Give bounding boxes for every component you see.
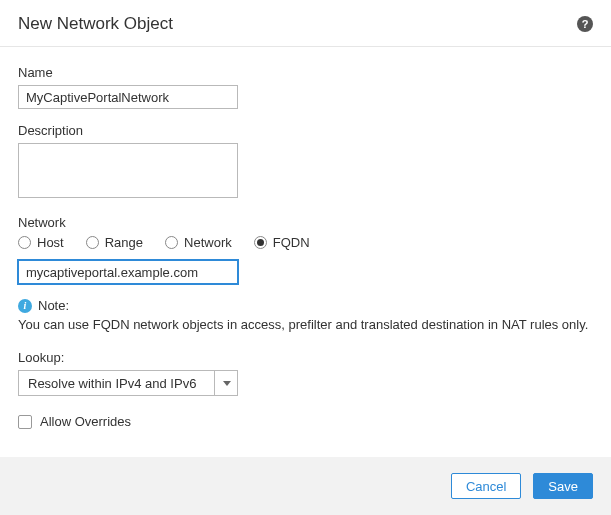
allow-overrides-checkbox[interactable]: Allow Overrides xyxy=(18,414,593,429)
description-label: Description xyxy=(18,123,593,138)
radio-range[interactable]: Range xyxy=(86,235,143,250)
radio-icon xyxy=(165,236,178,249)
note-label: Note: xyxy=(38,298,69,313)
radio-icon xyxy=(86,236,99,249)
name-input[interactable] xyxy=(18,85,238,109)
allow-overrides-label: Allow Overrides xyxy=(40,414,131,429)
name-field-group: Name xyxy=(18,65,593,109)
dialog-header: New Network Object ? xyxy=(0,0,611,47)
checkbox-icon xyxy=(18,415,32,429)
note-text: You can use FQDN network objects in acce… xyxy=(18,316,593,334)
radio-icon xyxy=(254,236,267,249)
cancel-button[interactable]: Cancel xyxy=(451,473,521,499)
lookup-label: Lookup: xyxy=(18,350,593,365)
dialog-title: New Network Object xyxy=(18,14,173,34)
note-header: i Note: xyxy=(18,298,593,313)
radio-range-label: Range xyxy=(105,235,143,250)
name-label: Name xyxy=(18,65,593,80)
description-field-group: Description xyxy=(18,123,593,201)
radio-host[interactable]: Host xyxy=(18,235,64,250)
radio-network-label: Network xyxy=(184,235,232,250)
network-field-group: Network Host Range Network FQDN xyxy=(18,215,593,284)
network-label: Network xyxy=(18,215,593,230)
network-type-radio-group: Host Range Network FQDN xyxy=(18,235,593,250)
dialog-footer: Cancel Save xyxy=(0,457,611,515)
info-icon: i xyxy=(18,299,32,313)
network-value-input[interactable] xyxy=(18,260,238,284)
radio-icon xyxy=(18,236,31,249)
radio-fqdn-label: FQDN xyxy=(273,235,310,250)
form-body: Name Description Network Host Range Netw… xyxy=(0,47,611,439)
lookup-field-group: Lookup: Resolve within IPv4 and IPv6 xyxy=(18,350,593,396)
description-input[interactable] xyxy=(18,143,238,198)
radio-host-label: Host xyxy=(37,235,64,250)
help-icon[interactable]: ? xyxy=(577,16,593,32)
save-button[interactable]: Save xyxy=(533,473,593,499)
lookup-select-value: Resolve within IPv4 and IPv6 xyxy=(28,376,196,391)
lookup-select[interactable]: Resolve within IPv4 and IPv6 xyxy=(18,370,238,396)
radio-network[interactable]: Network xyxy=(165,235,232,250)
radio-fqdn[interactable]: FQDN xyxy=(254,235,310,250)
